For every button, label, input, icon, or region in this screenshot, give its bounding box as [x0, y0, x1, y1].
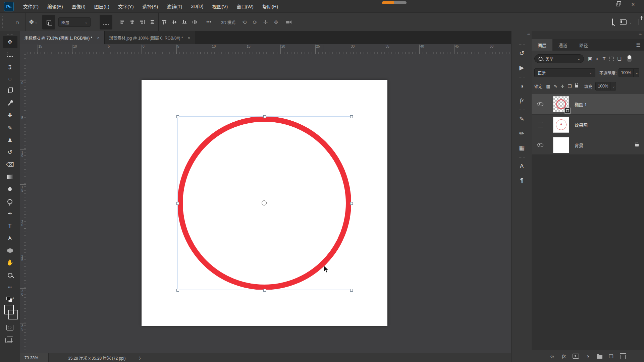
align-middle-icon[interactable]: [172, 20, 177, 24]
transform-handle[interactable]: [176, 115, 179, 118]
align-center-horizontal-icon[interactable]: [129, 20, 135, 24]
move-tool[interactable]: ✥: [3, 36, 17, 48]
transform-handle[interactable]: [176, 202, 179, 205]
layer-row-ellipse[interactable]: 椭圆 1: [532, 94, 644, 115]
actions-icon[interactable]: ▶: [515, 61, 529, 74]
filter-pixel-layers-icon[interactable]: ▣: [588, 56, 592, 61]
lock-image-pixels-icon[interactable]: ✎: [554, 84, 557, 89]
blur-tool[interactable]: [3, 183, 17, 195]
adjustment-layer-icon[interactable]: ◑: [585, 353, 591, 359]
layer-visibility-toggle[interactable]: [532, 94, 549, 114]
options-bar-grip[interactable]: [2, 16, 4, 28]
align-top-icon[interactable]: [162, 20, 167, 24]
layer-row-background[interactable]: 背景: [532, 135, 644, 156]
brushes-icon[interactable]: ✏: [515, 127, 529, 140]
foreground-color-swatch[interactable]: [4, 305, 14, 314]
layer-visibility-toggle[interactable]: [532, 135, 549, 155]
menu-item-window[interactable]: 窗口(W): [232, 0, 258, 12]
history-icon[interactable]: ↺: [515, 47, 529, 60]
quick-mask-button[interactable]: [6, 325, 13, 330]
transform-handle[interactable]: [263, 115, 266, 118]
search-button[interactable]: [612, 19, 613, 25]
layer-thumbnail[interactable]: [553, 137, 569, 153]
ellipse-tool[interactable]: [3, 244, 17, 257]
panel-tab-layers[interactable]: 图层: [532, 39, 552, 51]
layer-effects-icon[interactable]: fx: [561, 353, 567, 359]
eyedropper-tool[interactable]: [3, 97, 17, 110]
move-tool-preset[interactable]: ✥⌄: [29, 15, 38, 29]
lasso-tool[interactable]: ʓ: [3, 60, 17, 73]
brush-tool[interactable]: ✎: [3, 122, 17, 134]
vertical-ruler[interactable]: 05101520253035: [20, 54, 26, 353]
align-right-icon[interactable]: [140, 20, 145, 24]
adjustments-icon[interactable]: ◑: [515, 79, 529, 93]
menu-item-select[interactable]: 选择(S): [138, 0, 163, 12]
tab-close-icon[interactable]: ×: [97, 35, 100, 40]
transform-handle[interactable]: [350, 202, 353, 205]
fill-dropdown[interactable]: 100% ⌄: [595, 82, 616, 90]
lock-all-icon[interactable]: [575, 85, 578, 87]
blend-mode-dropdown[interactable]: 正常 ⌄: [534, 68, 595, 77]
dodge-tool[interactable]: [3, 195, 17, 208]
more-tools[interactable]: •••: [3, 281, 17, 294]
lock-transparent-pixels-icon[interactable]: ▦: [546, 84, 550, 89]
rect-marquee-tool[interactable]: [3, 48, 17, 61]
layer-group-icon[interactable]: [596, 354, 602, 359]
3d-slide-button[interactable]: ✥: [274, 19, 278, 25]
restore-button[interactable]: [610, 0, 626, 9]
delete-layer-icon[interactable]: [620, 353, 626, 359]
collapse-panels-icon[interactable]: »»: [639, 33, 641, 36]
pen-tool[interactable]: ✒: [3, 207, 17, 220]
zoom-level-field[interactable]: 73.33%: [20, 353, 49, 362]
share-button[interactable]: [639, 19, 639, 25]
close-button[interactable]: ✕: [626, 0, 641, 9]
patterns-icon[interactable]: ▦: [515, 141, 529, 155]
horizontal-ruler[interactable]: 1510505101520253035404550: [26, 44, 511, 54]
filter-shape-layers-icon[interactable]: [609, 57, 613, 61]
crop-tool[interactable]: [3, 85, 17, 97]
document-tab-1[interactable]: 未标题-1 @ 73.3% (椭圆 1, RGB/8#) *×: [20, 31, 105, 44]
filter-type-layers-icon[interactable]: T: [603, 56, 606, 61]
lock-position-icon[interactable]: ✛: [561, 84, 565, 89]
minimize-button[interactable]: —: [595, 0, 610, 9]
character-icon[interactable]: A: [515, 160, 529, 173]
history-brush-tool[interactable]: ↺: [3, 146, 17, 159]
status-options-chevron[interactable]: 〉: [139, 355, 143, 361]
layer-mask-icon[interactable]: [573, 354, 579, 359]
3d-roll-button[interactable]: ⟳: [253, 19, 257, 25]
paragraph-icon[interactable]: ¶: [515, 174, 529, 187]
menu-item-type[interactable]: 文字(Y): [114, 0, 138, 12]
transform-handle[interactable]: [350, 115, 353, 118]
layer-row-effect[interactable]: ★效果图: [532, 115, 644, 135]
gradient-tool[interactable]: [3, 171, 17, 183]
quick-selection-tool[interactable]: ◌: [3, 73, 17, 85]
menu-item-3d[interactable]: 3D(D): [186, 0, 208, 12]
distribute-horizontal-icon[interactable]: [192, 20, 198, 24]
layer-thumbnail[interactable]: [553, 96, 569, 112]
styles-icon[interactable]: fx: [515, 94, 529, 107]
layer-visibility-toggle[interactable]: [532, 115, 549, 135]
show-transform-controls-toggle[interactable]: [100, 15, 112, 29]
align-bottom-icon[interactable]: [182, 20, 187, 24]
tab-close-icon[interactable]: ×: [187, 35, 190, 40]
menu-item-layer[interactable]: 图层(L): [90, 0, 114, 12]
hand-tool[interactable]: ✋: [3, 257, 17, 269]
swap-colors-icon[interactable]: ⇄: [11, 297, 14, 300]
canvas-viewport[interactable]: [26, 54, 511, 353]
photoshop-logo-icon[interactable]: Ps: [4, 2, 14, 11]
link-layers-icon[interactable]: ∞: [549, 353, 555, 359]
eraser-tool[interactable]: ⌫: [3, 159, 17, 171]
lock-artboard-icon[interactable]: ❐: [568, 84, 572, 89]
path-selection-tool[interactable]: ➤: [3, 232, 17, 245]
brush-settings-icon[interactable]: ✎: [515, 112, 529, 126]
layer-filter-type-dropdown[interactable]: 类型 ⌄: [534, 54, 584, 63]
auto-select-target-dropdown[interactable]: 图层 ⌄: [58, 17, 91, 27]
auto-select-toggle[interactable]: [42, 15, 55, 29]
menu-item-image[interactable]: 图像(I): [67, 0, 90, 12]
screen-mode-button[interactable]: [7, 337, 13, 342]
clone-stamp-tool[interactable]: ♟: [3, 134, 17, 146]
workspace-switcher[interactable]: ⌄: [620, 19, 632, 25]
menu-item-edit[interactable]: 编辑(E): [43, 0, 67, 12]
document-tab-2[interactable]: 斑驳素材.jpg @ 100% (图层 0, RGB/8#) *×: [105, 31, 195, 44]
collapse-strip-icon[interactable]: ««: [527, 33, 530, 36]
